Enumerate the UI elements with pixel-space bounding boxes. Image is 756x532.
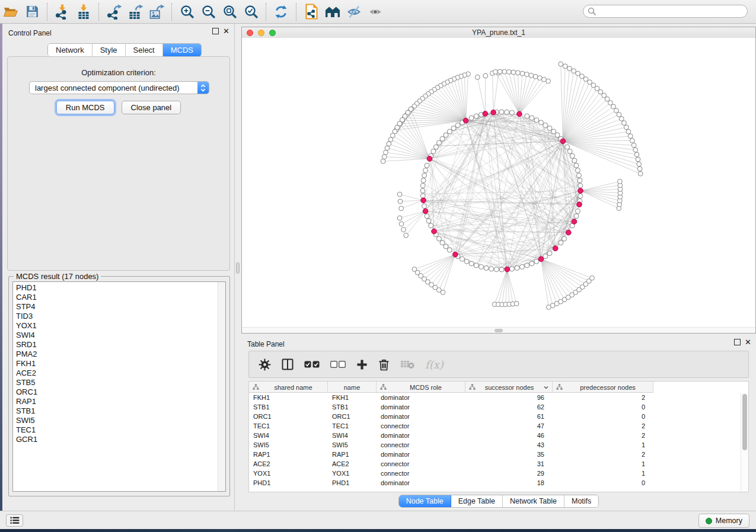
table-tab-edge-table[interactable]: Edge Table (451, 495, 503, 507)
cell-name[interactable]: YOX1 (328, 470, 377, 477)
cell-mcds-role[interactable]: dominator (377, 479, 465, 486)
mcds-result-item[interactable]: STB5 (16, 378, 217, 387)
cell-name[interactable]: TEC1 (328, 422, 377, 430)
tab-select[interactable]: Select (126, 44, 163, 56)
table-tab-motifs[interactable]: Motifs (564, 495, 598, 507)
clear-selection-icon[interactable] (330, 361, 346, 368)
cell-mcds-role[interactable]: dominator (377, 413, 465, 420)
cell-successor-nodes[interactable]: 43 (465, 441, 553, 448)
mcds-result-item[interactable]: ORC1 (16, 387, 217, 397)
memory-button[interactable]: Memory (698, 514, 749, 528)
mcds-result-item[interactable]: TID3 (16, 312, 217, 321)
mcds-result-item[interactable]: PHD1 (16, 283, 217, 293)
cell-successor-nodes[interactable]: 31 (465, 460, 553, 467)
cell-name[interactable]: ACE2 (328, 460, 377, 467)
close-panel-button[interactable]: Close panel (122, 101, 181, 114)
column-header-shared-name[interactable]: shared name (249, 382, 328, 393)
select-all-icon[interactable] (304, 361, 320, 368)
cell-mcds-role[interactable]: dominator (377, 432, 465, 439)
mcds-result-item[interactable]: ACE2 (16, 368, 217, 378)
mcds-result-item[interactable]: STB1 (16, 406, 217, 416)
sort-chevron-icon[interactable] (543, 385, 549, 390)
export-network-icon[interactable] (103, 2, 125, 22)
mcds-result-item[interactable]: SWI4 (16, 331, 217, 340)
mcds-result-item[interactable]: GCR1 (16, 435, 217, 444)
run-mcds-button[interactable]: Run MCDS (56, 101, 114, 114)
cell-shared-name[interactable]: FKH1 (249, 394, 328, 401)
show-all-icon[interactable] (365, 2, 386, 22)
close-table-panel-icon[interactable]: ✕ (745, 339, 751, 345)
cell-predecessor-nodes[interactable]: 0 (553, 479, 653, 486)
cell-shared-name[interactable]: RAP1 (249, 451, 328, 458)
cell-shared-name[interactable]: ACE2 (249, 460, 328, 467)
cell-shared-name[interactable]: PHD1 (249, 479, 328, 486)
cell-successor-nodes[interactable]: 18 (465, 479, 553, 486)
cell-mcds-role[interactable]: dominator (377, 394, 465, 401)
cell-shared-name[interactable]: SWI5 (249, 441, 328, 448)
cell-predecessor-nodes[interactable]: 1 (553, 441, 653, 448)
mcds-result-item[interactable]: SRD1 (16, 340, 217, 350)
mcds-result-item[interactable]: STP4 (16, 302, 217, 312)
close-panel-icon[interactable]: ✕ (223, 28, 229, 34)
table-tab-network-table[interactable]: Network Table (503, 495, 564, 507)
mcds-result-item[interactable]: RAP1 (16, 397, 217, 406)
table-row[interactable]: PHD1PHD1dominator180 (249, 478, 748, 488)
cell-shared-name[interactable]: YOX1 (249, 470, 328, 477)
import-table-icon[interactable] (73, 2, 94, 22)
cell-successor-nodes[interactable]: 62 (465, 403, 553, 411)
cell-successor-nodes[interactable]: 29 (465, 470, 553, 477)
cell-shared-name[interactable]: TEC1 (249, 422, 328, 430)
cell-successor-nodes[interactable]: 96 (465, 394, 553, 401)
table-vscrollbar-thumb[interactable] (742, 394, 747, 450)
mcds-result-item[interactable]: CAR1 (16, 293, 217, 302)
table-row[interactable]: TEC1TEC1connector472 (249, 421, 748, 431)
criterion-select[interactable]: largest connected component (undirected) (29, 81, 209, 94)
cell-name[interactable]: PHD1 (328, 479, 377, 486)
table-row[interactable]: SWI5SWI5connector431 (249, 440, 748, 450)
cell-predecessor-nodes[interactable]: 1 (553, 460, 653, 467)
cell-mcds-role[interactable]: connector (377, 460, 465, 467)
mcds-result-item[interactable]: PMA2 (16, 350, 217, 359)
cell-predecessor-nodes[interactable]: 2 (553, 394, 653, 401)
mcds-result-item[interactable]: YOX1 (16, 321, 217, 331)
cell-predecessor-nodes[interactable]: 2 (553, 422, 653, 430)
minimize-window-icon[interactable] (258, 30, 264, 36)
tab-network[interactable]: Network (48, 44, 92, 56)
column-header-successor-nodes[interactable]: successor nodes (465, 382, 553, 393)
create-column-icon[interactable] (356, 359, 368, 370)
cell-mcds-role[interactable]: dominator (377, 451, 465, 458)
mcds-result-item[interactable]: FKH1 (16, 359, 217, 368)
cell-name[interactable]: ORC1 (328, 413, 377, 420)
zoom-in-icon[interactable] (176, 2, 197, 22)
table-row[interactable]: YOX1YOX1connector291 (249, 469, 748, 478)
table-mode-gear-icon[interactable] (259, 358, 271, 371)
table-row[interactable]: ACE2ACE2connector311 (249, 459, 748, 469)
cell-shared-name[interactable]: STB1 (249, 403, 328, 411)
zoom-fit-icon[interactable] (219, 2, 240, 22)
cell-successor-nodes[interactable]: 61 (465, 413, 553, 420)
cell-mcds-role[interactable]: connector (377, 422, 465, 430)
panel-splitter-handle[interactable] (236, 262, 240, 274)
table-row[interactable]: ORC1ORC1dominator610 (249, 412, 748, 421)
cell-mcds-role[interactable]: dominator (377, 403, 465, 411)
column-header-mcds-role[interactable]: MCDS role (377, 382, 465, 393)
first-neighbors-icon[interactable] (322, 2, 343, 22)
network-canvas[interactable] (242, 38, 755, 327)
column-header-name[interactable]: name (328, 382, 377, 393)
table-row[interactable]: RAP1RAP1dominator352 (249, 450, 748, 459)
import-network-icon[interactable] (52, 2, 73, 22)
cell-mcds-role[interactable]: connector (377, 470, 465, 477)
table-row[interactable]: SWI4SWI4dominator462 (249, 431, 748, 440)
save-session-icon[interactable] (21, 2, 43, 22)
cell-successor-nodes[interactable]: 35 (465, 451, 553, 458)
network-graph[interactable] (242, 38, 755, 327)
cell-name[interactable]: SWI4 (328, 432, 377, 439)
float-panel-icon[interactable] (212, 28, 219, 34)
cell-shared-name[interactable]: ORC1 (249, 413, 328, 420)
show-columns-icon[interactable] (282, 358, 294, 370)
table-row[interactable]: FKH1FKH1dominator962 (249, 393, 748, 402)
cell-name[interactable]: SWI5 (328, 441, 377, 448)
cell-predecessor-nodes[interactable]: 2 (553, 432, 653, 439)
task-history-button[interactable] (6, 514, 23, 527)
column-header-predecessor-nodes[interactable]: predecessor nodes (553, 382, 653, 393)
